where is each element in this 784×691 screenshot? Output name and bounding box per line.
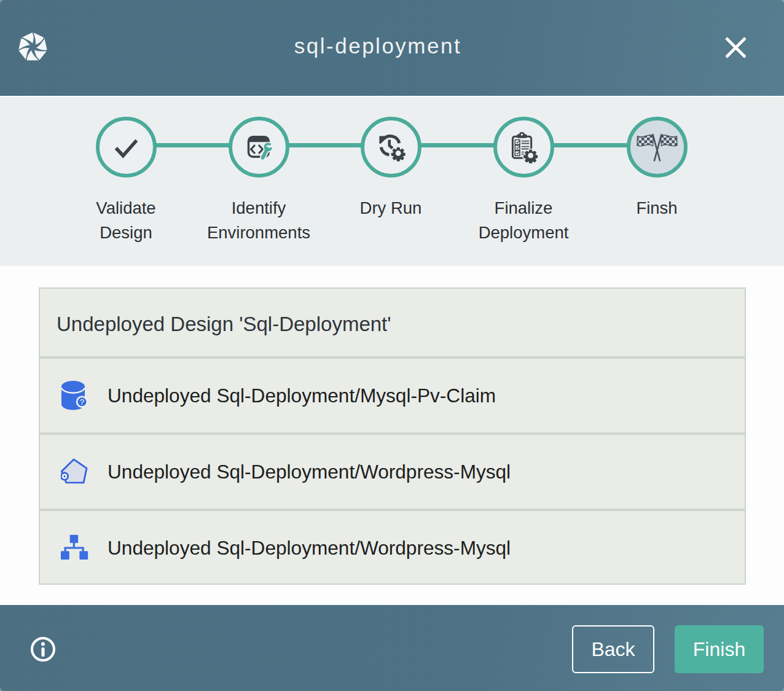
- svg-text:?: ?: [80, 398, 84, 407]
